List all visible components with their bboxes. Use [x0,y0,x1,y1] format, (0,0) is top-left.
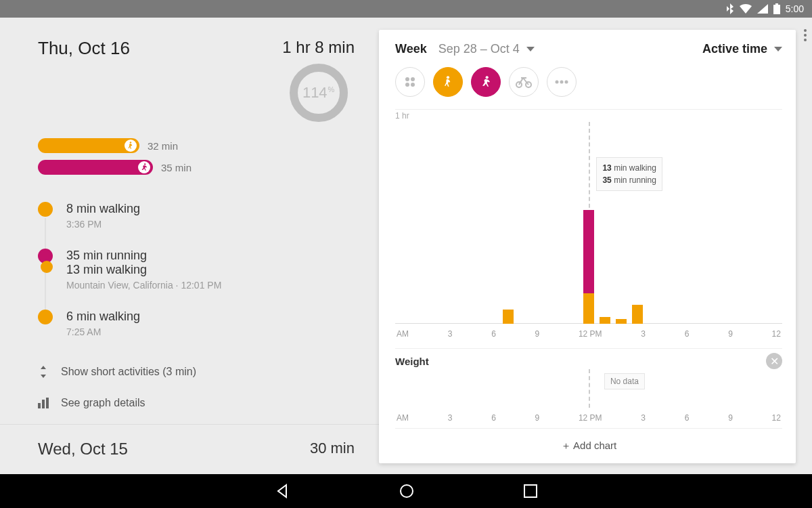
show-short-activities-button[interactable]: Show short activities (3 min) [38,356,355,387]
walk-dot-icon [38,310,53,324]
android-nav-bar [0,474,812,508]
run-icon [138,161,150,173]
back-button[interactable] [274,483,290,499]
battery-icon [773,3,780,14]
day-title: Thu, Oct 16 [38,38,130,59]
timeline-title: 35 min running [66,249,355,263]
timeline-item[interactable]: 8 min walking 3:36 PM [38,202,355,230]
walk-icon [125,140,137,152]
home-button[interactable] [399,483,415,499]
previous-day-row[interactable]: Wed, Oct 15 30 min [38,425,355,459]
date-range-selector[interactable]: Week Sep 28 – Oct 4 [395,42,535,56]
run-bar-label: 35 min [161,162,191,173]
filter-run-button[interactable] [471,67,501,97]
x-tick: AM [397,413,409,423]
svg-point-15 [565,81,568,84]
chart-bar [583,210,594,324]
metric-selector[interactable]: Active time [702,42,782,56]
prev-day-total: 30 min [310,440,355,459]
svg-point-14 [560,81,564,84]
x-tick: 6 [685,329,690,339]
svg-point-8 [411,83,415,87]
dropdown-icon [526,47,535,51]
svg-rect-3 [42,400,45,408]
overflow-menu-button[interactable] [797,20,812,50]
svg-point-16 [401,485,413,497]
svg-point-10 [486,76,489,79]
no-data-tooltip: No data [604,373,645,389]
x-tick: 3 [448,329,453,339]
run-bar [38,160,153,175]
svg-rect-4 [46,398,49,408]
status-time: 5:00 [786,3,804,14]
timeline-item[interactable]: 35 min running 13 min walking Mountain V… [38,249,355,291]
filter-bike-button[interactable] [509,67,539,97]
see-graph-details-button[interactable]: See graph details [38,387,355,419]
activity-timeline: 8 min walking 3:36 PM 35 min running 13 … [38,202,355,337]
chart-bar [632,305,643,324]
filter-more-button[interactable] [547,67,577,97]
cell-signal-icon [757,4,768,14]
timeline-subtitle: 3:36 PM [66,219,355,230]
filter-all-button[interactable] [395,67,425,97]
chart-cursor-line [589,369,590,408]
x-tick: 12 PM [579,413,602,423]
timeline-title: 8 min walking [66,202,355,216]
close-weight-button[interactable]: ✕ [766,353,782,369]
svg-point-7 [405,83,409,87]
weight-title: Weight [395,356,782,367]
x-tick: 6 [491,413,496,423]
svg-rect-17 [524,485,537,497]
svg-point-0 [130,142,131,143]
android-status-bar: 5:00 [0,0,812,18]
walk-dot-icon [41,261,53,273]
x-tick: 6 [685,413,690,423]
goal-progress-ring: 114% [290,64,348,122]
add-chart-button[interactable]: ＋ Add chart [395,428,782,463]
x-tick: 3 [641,329,646,339]
range-value: Sep 28 – Oct 4 [438,42,520,56]
walk-bar-row: 32 min [38,138,355,153]
timeline-item[interactable]: 6 min walking 7:25 AM [38,310,355,337]
chart-tooltip: 13 min walking35 min running [596,157,662,191]
timeline-subtitle: 7:25 AM [66,326,355,337]
svg-point-9 [447,76,449,79]
run-bar-row: 35 min [38,160,355,175]
walk-bar [38,138,139,153]
recents-button[interactable] [523,484,538,499]
timeline-title: 13 min walking [66,263,355,277]
x-tick: 6 [491,329,496,339]
x-tick: 3 [641,413,646,423]
x-axis: AM36912 PM36912 [395,329,782,339]
y-axis-label: 1 hr [395,111,409,121]
activity-breakdown-bars: 32 min 35 min [38,138,355,175]
action-label: See graph details [61,397,145,409]
day-detail-panel: Thu, Oct 16 1 hr 8 min 114% 32 min [0,18,379,474]
range-label: Week [395,42,427,56]
x-tick: 9 [728,413,733,423]
activity-filter-row [395,67,782,97]
svg-point-6 [411,77,415,81]
prev-day-title: Wed, Oct 15 [38,440,128,459]
weight-chart-section: Weight ✕ No data AM36912 PM36912 [395,348,782,428]
chart-bar [616,319,627,324]
x-tick: AM [397,329,409,339]
filter-walk-button[interactable] [433,67,463,97]
x-tick: 9 [728,329,733,339]
x-tick: 12 [772,329,781,339]
active-time-chart[interactable]: 1 hr AM36912 PM36912 13 min walking35 mi… [395,109,782,348]
wifi-icon [740,4,752,14]
x-tick: 9 [535,329,540,339]
timeline-subtitle: Mountain View, California · 12:01 PM [66,280,355,291]
svg-point-5 [405,77,409,81]
x-tick: 12 PM [579,329,602,339]
timeline-title: 6 min walking [66,310,355,324]
x-tick: 3 [448,413,453,423]
bar-chart-icon [38,398,49,408]
svg-rect-2 [38,403,41,408]
chart-bar [600,317,610,324]
x-tick: 9 [535,413,540,423]
svg-point-13 [556,81,559,84]
svg-point-1 [144,163,145,165]
dropdown-icon [774,47,782,51]
